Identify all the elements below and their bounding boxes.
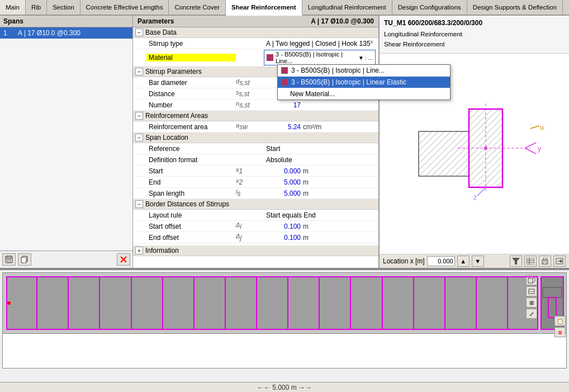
tab-rib[interactable]: Rib — [26, 0, 47, 15]
filter-icon-btn[interactable] — [510, 256, 522, 267]
param-start: Start x1 0.000 m — [133, 166, 378, 177]
bottom-icon-2[interactable]: α — [554, 327, 566, 337]
param-definition-format: Definition format Absolute — [133, 154, 378, 166]
param-end: End x2 5.000 m — [133, 177, 378, 188]
params-span-label: A | 17 Ø10.0 @0.300 — [311, 17, 374, 25]
3d-view-icon[interactable] — [526, 275, 537, 285]
spans-panel: Spans 1 A | 17 Ø10.0 @0.300 — [0, 16, 133, 268]
bottom-icon-1[interactable]: 📋 — [554, 316, 566, 326]
reinforcement-area-symbol: asw — [236, 122, 264, 131]
end-offset-name: End offset — [146, 234, 236, 242]
reinforcement-areas-label: Reinforcement Areas — [145, 112, 208, 120]
print-icon-btn[interactable] — [539, 256, 551, 267]
end-name: End — [146, 178, 236, 186]
fit-icon[interactable]: ⤢ — [526, 309, 537, 319]
reference-value: Start — [264, 145, 303, 153]
info-title: TU_M1 600/200/683.3/200/0/300 — [384, 19, 565, 27]
right-panel: TU_M1 600/200/683.3/200/0/300 Longitudin… — [379, 16, 569, 268]
tab-longitudinal-reinforcement[interactable]: Longitudinal Reinforcement — [302, 0, 392, 15]
tab-concrete-cover[interactable]: Concrete Cover — [169, 0, 226, 15]
info-line-2: Shear Reinforcement — [384, 39, 565, 49]
svg-rect-22 — [527, 258, 534, 265]
param-number: Number ns,st 17 — [133, 100, 378, 111]
end-offset-value[interactable]: 0.100 — [264, 234, 303, 242]
delete-icon-btn[interactable] — [117, 253, 130, 266]
span-item[interactable]: 1 A | 17 Ø10.0 @0.300 — [0, 27, 132, 39]
end-offset-unit: m — [303, 234, 325, 242]
material-text: 3 - B500S(B) | Isotropic | Line... — [276, 51, 354, 64]
copy-icon-btn[interactable] — [18, 253, 31, 266]
dropdown-item-1[interactable]: 3 - B500S(B) | Isotropic | Line... — [278, 65, 450, 77]
start-symbol: x1 — [236, 166, 264, 175]
spans-list: 1 A | 17 Ø10.0 @0.300 — [0, 27, 132, 251]
param-reference: Reference Start — [133, 143, 378, 154]
material-dropdown[interactable]: 3 - B500S(B) | Isotropic | Line... 3 - B… — [277, 64, 451, 100]
collapse-information-icon[interactable]: + — [135, 247, 143, 254]
location-up-btn[interactable]: ▲ — [457, 256, 470, 267]
end-value[interactable]: 5.000 — [264, 178, 303, 186]
params-title: Parameters — [137, 17, 174, 25]
start-value[interactable]: 0.000 — [264, 167, 303, 175]
zoom-icon[interactable]: ⊞ — [526, 297, 537, 308]
section-reinforcement-areas[interactable]: − Reinforcement Areas — [133, 111, 378, 121]
red-dot — [7, 301, 11, 305]
svg-line-14 — [525, 148, 536, 154]
collapse-base-data-icon[interactable]: − — [135, 29, 143, 36]
spans-toolbar — [0, 251, 132, 268]
start-offset-unit: m — [303, 223, 325, 230]
start-offset-value[interactable]: 0.100 — [264, 223, 303, 230]
tab-shear-reinforcement[interactable]: Shear Reinforcement — [226, 0, 302, 16]
dd-color-2 — [281, 79, 288, 86]
dropdown-item-2[interactable]: 3 - B500S(B) | Isotropic | Linear Elasti… — [278, 77, 450, 88]
right-info: TU_M1 600/200/683.3/200/0/300 Longitudin… — [380, 16, 569, 54]
material-name: Material — [146, 54, 236, 62]
params-header: Parameters A | 17 Ø10.0 @0.300 — [133, 16, 378, 27]
tab-concrete-effective-lengths[interactable]: Concrete Effective Lengths — [80, 0, 169, 15]
bottom-detail-view — [2, 334, 567, 369]
distance-name: Distance — [146, 90, 236, 98]
material-more-btn[interactable]: … — [366, 55, 375, 61]
collapse-border-distances-icon[interactable]: − — [135, 200, 143, 208]
end-offset-symbol: Δj — [236, 233, 264, 242]
location-down-btn[interactable]: ▼ — [472, 256, 484, 267]
information-label: Information — [145, 247, 179, 254]
material-dropdown-arrow[interactable]: ▼ — [357, 55, 366, 61]
tab-design-supports-deflection[interactable]: Design Supports & Deflection — [467, 0, 563, 15]
new-material-btn[interactable]: New Material... — [278, 88, 450, 100]
param-end-offset: End offset Δj 0.100 m — [133, 232, 378, 243]
section-span-location[interactable]: − Span Location — [133, 133, 378, 143]
section-border-distances[interactable]: − Border Distances of Stirrups — [133, 199, 378, 210]
section-view-icon[interactable] — [526, 286, 537, 296]
save-icon-btn[interactable] — [2, 253, 16, 266]
location-bar: Location x [m] ▲ ▼ — [380, 254, 569, 268]
collapse-span-location-icon[interactable]: − — [135, 134, 143, 141]
table-icon-btn[interactable] — [524, 256, 537, 267]
reinforcement-area-value: 5.24 — [264, 123, 303, 131]
section-base-data[interactable]: − Base Data — [133, 27, 378, 38]
number-value[interactable]: 17 — [264, 101, 303, 109]
tab-design-configurations[interactable]: Design Configurations — [392, 0, 467, 15]
export-icon-btn[interactable] — [553, 256, 566, 267]
params-panel: Parameters A | 17 Ø10.0 @0.300 − Base Da… — [133, 16, 379, 268]
bar-diameter-name: Bar diameter — [146, 79, 236, 87]
svg-rect-8 — [419, 131, 469, 176]
tab-main[interactable]: Main — [0, 0, 26, 15]
base-data-label: Base Data — [145, 29, 177, 36]
svg-rect-33 — [543, 287, 562, 297]
svg-line-18 — [477, 187, 486, 196]
location-x-input[interactable] — [427, 256, 455, 266]
bottom-right-icons: 📋 α — [554, 316, 566, 337]
material-select[interactable]: 3 - B500S(B) | Isotropic | Line... ▼ … — [264, 50, 376, 65]
start-offset-symbol: Δi — [236, 221, 264, 230]
border-distances-label: Border Distances of Stirrups — [145, 200, 229, 208]
collapse-stirrup-params-icon[interactable]: − — [135, 68, 143, 75]
definition-format-value: Absolute — [264, 156, 303, 164]
svg-rect-36 — [528, 278, 533, 283]
bottom-panel: ⊞ ⤢ 📋 α ← ← 5.000 m → → — [0, 269, 569, 392]
tab-section[interactable]: Section — [47, 0, 80, 15]
start-unit: m — [303, 167, 325, 175]
svg-line-13 — [525, 143, 536, 148]
collapse-reinforcement-areas-icon[interactable]: − — [135, 112, 143, 120]
ruler-bar: ← ← 5.000 m → → — [0, 382, 569, 392]
section-information[interactable]: + Information — [133, 245, 378, 256]
